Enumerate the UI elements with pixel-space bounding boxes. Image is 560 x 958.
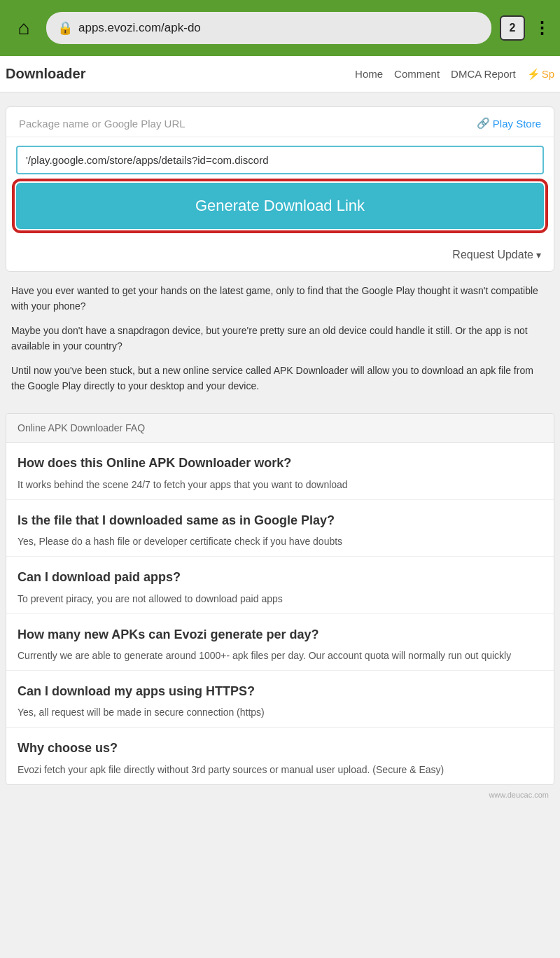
address-bar[interactable]: 🔒 apps.evozi.com/apk-do bbox=[46, 12, 491, 44]
request-update-button[interactable]: Request Update ▾ bbox=[452, 249, 541, 261]
faq-items-container: How does this Online APK Downloader work… bbox=[6, 443, 554, 784]
faq-question: How many new APKs can Evozi generate per… bbox=[18, 627, 542, 643]
nav-comment[interactable]: Comment bbox=[394, 68, 440, 80]
download-card: Package name or Google Play URL 🔗 Play S… bbox=[6, 106, 554, 272]
nav-sponsor: ⚡ Sp bbox=[527, 68, 554, 81]
faq-answer: Evozi fetch your apk file directly witho… bbox=[18, 763, 542, 777]
faq-item: Can I download my apps using HTTPS?Yes, … bbox=[6, 671, 554, 728]
faq-answer: To prevent piracy, you are not allowed t… bbox=[18, 592, 542, 606]
faq-item: Can I download paid apps?To prevent pira… bbox=[6, 557, 554, 613]
faq-item: How does this Online APK Downloader work… bbox=[6, 443, 554, 499]
home-icon: ⌂ bbox=[18, 17, 30, 39]
description-section: Have you ever wanted to get your hands o… bbox=[6, 272, 554, 413]
desc-para-2: Maybe you don't have a snapdragon device… bbox=[11, 323, 549, 354]
card-header: Package name or Google Play URL 🔗 Play S… bbox=[6, 107, 554, 137]
tab-count-badge[interactable]: 2 bbox=[500, 15, 525, 41]
faq-item: Why choose us?Evozi fetch your apk file … bbox=[6, 728, 554, 784]
faq-question: Is the file that I downloaded same as in… bbox=[18, 513, 542, 529]
url-input-wrapper bbox=[6, 137, 554, 183]
watermark: www.deucac.com bbox=[6, 785, 554, 805]
nav-dmca[interactable]: DMCA Report bbox=[451, 68, 516, 80]
url-input[interactable] bbox=[16, 146, 544, 174]
nav-home[interactable]: Home bbox=[355, 68, 383, 80]
generate-download-button[interactable]: Generate Download Link bbox=[16, 183, 544, 229]
faq-header: Online APK Downloader FAQ bbox=[6, 414, 554, 443]
generate-btn-wrapper: Generate Download Link bbox=[6, 183, 554, 239]
play-store-link[interactable]: 🔗 Play Store bbox=[477, 117, 541, 130]
desc-para-1: Have you ever wanted to get your hands o… bbox=[11, 283, 549, 314]
desc-para-3: Until now you've been stuck, but a new o… bbox=[11, 363, 549, 394]
home-button[interactable]: ⌂ bbox=[10, 14, 38, 42]
faq-question: Can I download paid apps? bbox=[18, 569, 542, 585]
faq-answer: Yes, Please do a hash file or developer … bbox=[18, 534, 542, 549]
faq-item: Is the file that I downloaded same as in… bbox=[6, 500, 554, 557]
nav-bar: Downloader Home Comment DMCA Report ⚡ Sp bbox=[0, 56, 560, 92]
card-footer: Request Update ▾ bbox=[6, 239, 554, 271]
faq-section: Online APK Downloader FAQ How does this … bbox=[6, 413, 554, 784]
browser-chrome: ⌂ 🔒 apps.evozi.com/apk-do 2 ⋮ bbox=[0, 0, 560, 56]
faq-answer: Currently we are able to generate around… bbox=[18, 648, 542, 663]
address-text: apps.evozi.com/apk-do bbox=[78, 21, 201, 35]
site-title: Downloader bbox=[6, 66, 85, 82]
menu-button[interactable]: ⋮ bbox=[533, 18, 550, 38]
faq-question: Can I download my apps using HTTPS? bbox=[18, 683, 542, 700]
input-label: Package name or Google Play URL bbox=[19, 118, 186, 130]
link-icon: 🔗 bbox=[477, 117, 490, 130]
faq-answer: It works behind the scene 24/7 to fetch … bbox=[18, 478, 542, 492]
dropdown-arrow-icon: ▾ bbox=[536, 249, 541, 261]
faq-question: Why choose us? bbox=[18, 740, 542, 756]
faq-item: How many new APKs can Evozi generate per… bbox=[6, 614, 554, 671]
faq-answer: Yes, all request will be made in secure … bbox=[18, 705, 542, 720]
lock-icon: 🔒 bbox=[57, 20, 73, 36]
nav-links: Home Comment DMCA Report ⚡ Sp bbox=[355, 68, 554, 81]
main-content: Package name or Google Play URL 🔗 Play S… bbox=[0, 92, 560, 819]
faq-question: How does this Online APK Downloader work… bbox=[18, 455, 542, 471]
